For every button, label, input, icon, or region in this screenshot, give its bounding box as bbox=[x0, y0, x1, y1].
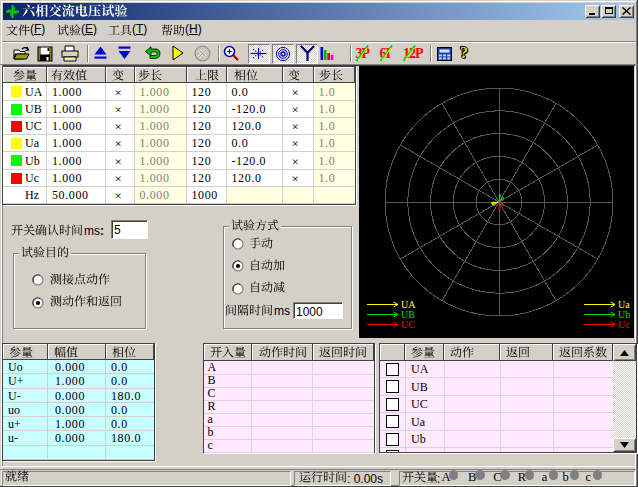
svg-text:Uc: Uc bbox=[618, 319, 630, 330]
svg-text:UC: UC bbox=[401, 319, 415, 330]
